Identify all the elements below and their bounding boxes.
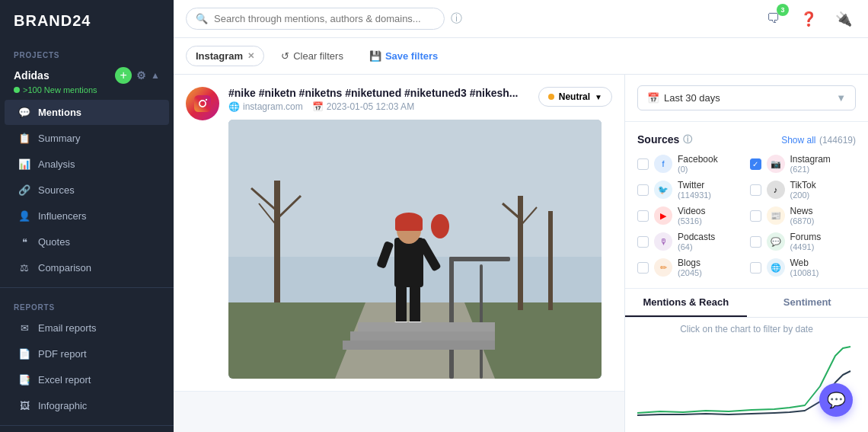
sidebar-item-excel-report[interactable]: 📑Excel report <box>5 367 169 392</box>
calendar-icon: 📅 <box>647 92 659 104</box>
date-filter-section: 📅 Last 30 days ▼ <box>625 75 868 122</box>
sources-header: Sources ⓘ Show all (144619) <box>637 133 856 146</box>
sidebar-item-email-reports[interactable]: ✉Email reports <box>5 315 169 341</box>
source-item-forums: 💬 Forums (4491) <box>750 232 857 251</box>
plug-icon: 🔌 <box>835 11 852 27</box>
show-all-link[interactable]: Show all (144619) <box>781 133 856 146</box>
sidebar-item-sources[interactable]: 🔗Sources <box>5 178 169 203</box>
save-icon: 💾 <box>369 50 381 62</box>
tab-mentions-reach[interactable]: Mentions & Reach <box>625 289 747 317</box>
sidebar-reports: ✉Email reports📄PDF report📑Excel report🖼I… <box>0 315 174 419</box>
nav-icon-analysis: 📊 <box>18 158 30 170</box>
save-filters-button[interactable]: 💾 Save filters <box>360 46 447 66</box>
source-checkbox-videos[interactable] <box>637 210 649 222</box>
tab-sentiment[interactable]: Sentiment <box>747 289 869 317</box>
nav-label-excel-report: Excel report <box>38 374 91 386</box>
chat-bubble-button[interactable]: 💬 <box>819 383 853 417</box>
sidebar-item-mentions[interactable]: 💬Mentions <box>5 100 169 125</box>
sidebar-item-analysis[interactable]: 📊Analysis <box>5 152 169 177</box>
nav-icon-quotes: ❝ <box>18 236 30 248</box>
mention-meta: 🌐 instagram.com 📅 2023-01-05 12:03 AM <box>228 101 518 112</box>
source-item-blogs: ✏ Blogs (2045) <box>637 258 744 277</box>
source-checkbox-instagram[interactable] <box>750 158 761 170</box>
sidebar-item-influencers[interactable]: 👤Influencers <box>5 203 169 229</box>
sentiment-badge[interactable]: Neutral ▼ <box>538 87 612 107</box>
source-label-forums: Forums (4491) <box>790 232 822 251</box>
source-checkbox-facebook[interactable] <box>637 158 649 170</box>
project-item[interactable]: Adidas + ⚙ ▲ >100 New mentions <box>0 62 174 99</box>
nav-icon-mentions: 💬 <box>18 107 30 118</box>
sidebar-item-pdf-report[interactable]: 📄PDF report <box>5 341 169 366</box>
settings-button[interactable]: 🔌 <box>831 7 856 31</box>
source-checkbox-podcasts[interactable] <box>637 236 649 248</box>
nav-label-analysis: Analysis <box>38 158 75 170</box>
nav-label-influencers: Influencers <box>38 210 87 222</box>
nav-icon-sources: 🔗 <box>18 184 30 196</box>
svg-point-2 <box>206 99 207 101</box>
source-checkbox-twitter[interactable] <box>637 184 649 196</box>
info-icon: ⓘ <box>683 133 692 146</box>
clear-filters-button[interactable]: ↺ Clear filters <box>272 46 353 66</box>
content-area: #nike #niketn #niketns #niketuned #niket… <box>174 75 868 432</box>
add-project-button[interactable]: + <box>115 67 132 84</box>
source-item-news: 📰 News (6870) <box>750 206 857 226</box>
refresh-icon: ↺ <box>281 50 289 62</box>
sidebar-item-infographic[interactable]: 🖼Infographic <box>5 393 169 418</box>
filter-tag-close-icon[interactable]: ✕ <box>247 51 254 61</box>
source-item-facebook: f Facebook (0) <box>637 154 744 174</box>
nav-icon-excel-report: 📑 <box>18 374 30 386</box>
svg-rect-8 <box>518 196 523 310</box>
source-label-blogs: Blogs (2045) <box>678 258 702 277</box>
question-icon: ❓ <box>800 11 817 27</box>
source-checkbox-blogs[interactable] <box>637 262 649 274</box>
sentiment-dot <box>548 94 554 100</box>
svg-rect-19 <box>396 286 407 324</box>
nav-label-comparison: Comparison <box>38 262 91 274</box>
gear-icon[interactable]: ⚙ <box>136 69 146 82</box>
nav-icon-influencers: 👤 <box>18 210 30 222</box>
mentions-feed: #nike #niketn #niketns #niketuned #niket… <box>174 75 624 432</box>
source-item-tiktok: ♪ TikTok (200) <box>750 180 857 200</box>
source-icon-podcasts: 🎙 <box>654 232 672 251</box>
help-button[interactable]: ❓ <box>796 7 821 31</box>
source-icon-forums: 💬 <box>767 232 785 251</box>
source-label-web: Web (10081) <box>790 258 819 277</box>
sidebar-item-comparison[interactable]: ⚖Comparison <box>5 255 169 280</box>
topbar-actions: 🗨 3 ❓ 🔌 <box>761 7 856 31</box>
source-checkbox-web[interactable] <box>750 262 761 274</box>
source-checkbox-tiktok[interactable] <box>750 184 761 196</box>
project-name: Adidas + ⚙ ▲ <box>14 67 160 84</box>
mention-image <box>228 120 602 379</box>
main-content: 🔍 ⓘ 🗨 3 ❓ 🔌 Instagram ✕ ↺ Clear filte <box>174 0 868 432</box>
filter-bar: Instagram ✕ ↺ Clear filters 💾 Save filte… <box>174 38 868 75</box>
chart-hint: Click on the chart to filter by date <box>625 318 868 338</box>
nav-label-summary: Summary <box>38 133 81 144</box>
instagram-filter-tag[interactable]: Instagram ✕ <box>186 46 264 66</box>
svg-rect-28 <box>480 264 483 379</box>
source-checkbox-news[interactable] <box>750 210 761 222</box>
chevron-down-icon: ▼ <box>836 92 846 104</box>
svg-rect-29 <box>343 341 495 350</box>
search-input[interactable] <box>214 13 435 24</box>
search-input-wrap[interactable]: 🔍 <box>186 8 445 30</box>
sidebar-item-summary[interactable]: 📋Summary <box>5 126 169 151</box>
source-icon-facebook: f <box>654 155 672 173</box>
mention-body: #nike #niketn #niketns #niketuned #niket… <box>228 87 612 379</box>
instagram-source-icon <box>186 87 219 120</box>
reports-section-label: REPORTS <box>0 294 174 315</box>
right-panel: 📅 Last 30 days ▼ Sources ⓘ Show all (144… <box>624 75 868 432</box>
sources-section: Sources ⓘ Show all (144619) f Facebook (… <box>625 122 868 289</box>
notifications-button[interactable]: 🗨 3 <box>761 7 786 31</box>
chevron-down-icon: ▼ <box>595 93 602 101</box>
nav-label-pdf-report: PDF report <box>38 348 87 360</box>
sidebar-item-quotes[interactable]: ❝Quotes <box>5 229 169 254</box>
svg-rect-9 <box>548 211 553 310</box>
search-area: 🔍 ⓘ <box>186 8 506 30</box>
source-label-news: News (6870) <box>790 206 815 226</box>
source-item-videos: ▶ Videos (5316) <box>637 206 744 226</box>
date-filter[interactable]: 📅 Last 30 days ▼ <box>637 85 856 110</box>
search-icon: 🔍 <box>196 13 208 24</box>
chevron-up-icon[interactable]: ▲ <box>151 70 160 81</box>
source-label-tiktok: TikTok (200) <box>790 180 816 200</box>
source-checkbox-forums[interactable] <box>750 236 761 248</box>
